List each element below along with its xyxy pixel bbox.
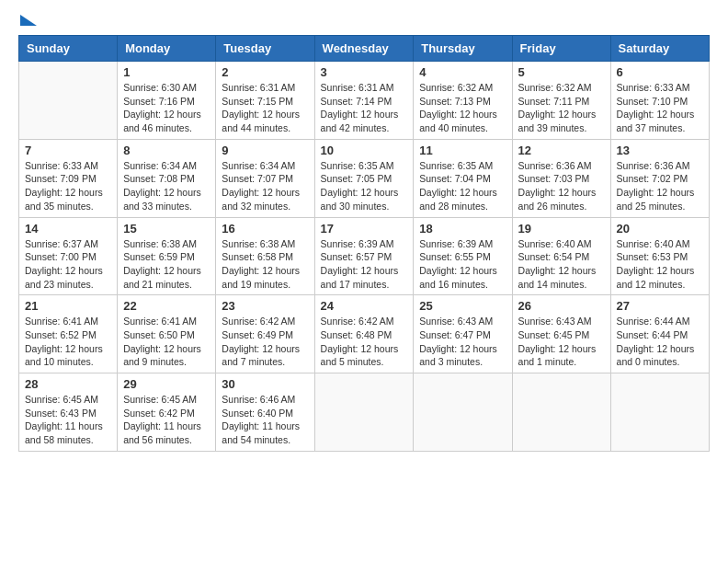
day-number: 14 bbox=[25, 222, 111, 236]
day-info: Sunrise: 6:41 AM Sunset: 6:50 PM Dayligh… bbox=[123, 315, 210, 369]
calendar-cell: 21Sunrise: 6:41 AM Sunset: 6:52 PM Dayli… bbox=[19, 295, 118, 373]
calendar-cell: 25Sunrise: 6:43 AM Sunset: 6:47 PM Dayli… bbox=[414, 295, 512, 373]
calendar-cell: 10Sunrise: 6:35 AM Sunset: 7:05 PM Dayli… bbox=[314, 139, 414, 217]
calendar-week-5: 28Sunrise: 6:45 AM Sunset: 6:43 PM Dayli… bbox=[19, 373, 710, 452]
calendar-cell: 28Sunrise: 6:45 AM Sunset: 6:43 PM Dayli… bbox=[19, 373, 118, 452]
day-number: 4 bbox=[419, 65, 506, 79]
day-info: Sunrise: 6:36 AM Sunset: 7:02 PM Dayligh… bbox=[617, 159, 703, 213]
day-number: 26 bbox=[518, 299, 605, 313]
day-number: 8 bbox=[123, 144, 210, 157]
day-info: Sunrise: 6:39 AM Sunset: 6:57 PM Dayligh… bbox=[321, 237, 408, 292]
calendar-week-4: 21Sunrise: 6:41 AM Sunset: 6:52 PM Dayli… bbox=[19, 295, 710, 373]
calendar-cell: 11Sunrise: 6:35 AM Sunset: 7:04 PM Dayli… bbox=[414, 139, 512, 217]
calendar-cell: 18Sunrise: 6:39 AM Sunset: 6:55 PM Dayli… bbox=[414, 217, 512, 295]
calendar-week-3: 14Sunrise: 6:37 AM Sunset: 7:00 PM Dayli… bbox=[19, 217, 710, 295]
calendar-cell: 29Sunrise: 6:45 AM Sunset: 6:42 PM Dayli… bbox=[118, 373, 216, 452]
calendar-cell: 3Sunrise: 6:31 AM Sunset: 7:14 PM Daylig… bbox=[314, 62, 414, 140]
calendar-cell: 15Sunrise: 6:38 AM Sunset: 6:59 PM Dayli… bbox=[118, 217, 216, 295]
calendar-cell bbox=[19, 62, 118, 140]
page-header bbox=[18, 18, 710, 26]
calendar-header-tuesday: Tuesday bbox=[216, 36, 314, 62]
day-info: Sunrise: 6:34 AM Sunset: 7:07 PM Dayligh… bbox=[222, 159, 308, 213]
day-number: 29 bbox=[123, 377, 210, 391]
day-number: 9 bbox=[222, 144, 308, 157]
calendar-cell: 26Sunrise: 6:43 AM Sunset: 6:45 PM Dayli… bbox=[512, 295, 610, 373]
day-info: Sunrise: 6:41 AM Sunset: 6:52 PM Dayligh… bbox=[25, 315, 111, 369]
day-number: 12 bbox=[518, 144, 605, 157]
day-info: Sunrise: 6:32 AM Sunset: 7:13 PM Dayligh… bbox=[419, 81, 506, 135]
day-info: Sunrise: 6:43 AM Sunset: 6:45 PM Dayligh… bbox=[518, 315, 605, 369]
calendar-header-wednesday: Wednesday bbox=[314, 36, 414, 62]
day-info: Sunrise: 6:44 AM Sunset: 6:44 PM Dayligh… bbox=[617, 315, 703, 369]
calendar-cell: 14Sunrise: 6:37 AM Sunset: 7:00 PM Dayli… bbox=[19, 217, 118, 295]
day-info: Sunrise: 6:45 AM Sunset: 6:43 PM Dayligh… bbox=[25, 393, 111, 447]
day-info: Sunrise: 6:40 AM Sunset: 6:53 PM Dayligh… bbox=[617, 237, 703, 292]
header-row: SundayMondayTuesdayWednesdayThursdayFrid… bbox=[19, 36, 710, 62]
calendar-cell: 8Sunrise: 6:34 AM Sunset: 7:08 PM Daylig… bbox=[118, 139, 216, 217]
calendar-cell: 30Sunrise: 6:46 AM Sunset: 6:40 PM Dayli… bbox=[216, 373, 314, 452]
calendar-cell: 20Sunrise: 6:40 AM Sunset: 6:53 PM Dayli… bbox=[610, 217, 709, 295]
calendar-cell: 9Sunrise: 6:34 AM Sunset: 7:07 PM Daylig… bbox=[216, 139, 314, 217]
calendar-cell: 17Sunrise: 6:39 AM Sunset: 6:57 PM Dayli… bbox=[314, 217, 414, 295]
calendar-cell: 19Sunrise: 6:40 AM Sunset: 6:54 PM Dayli… bbox=[512, 217, 610, 295]
day-info: Sunrise: 6:46 AM Sunset: 6:40 PM Dayligh… bbox=[222, 393, 308, 447]
day-number: 2 bbox=[222, 65, 308, 79]
day-number: 20 bbox=[617, 222, 703, 236]
day-info: Sunrise: 6:45 AM Sunset: 6:42 PM Dayligh… bbox=[123, 393, 210, 447]
calendar-header-sunday: Sunday bbox=[19, 36, 118, 62]
logo-arrow-icon bbox=[20, 15, 37, 26]
day-number: 13 bbox=[617, 144, 703, 157]
day-number: 22 bbox=[123, 299, 210, 313]
day-info: Sunrise: 6:38 AM Sunset: 6:58 PM Dayligh… bbox=[222, 237, 308, 292]
calendar-cell: 1Sunrise: 6:30 AM Sunset: 7:16 PM Daylig… bbox=[118, 62, 216, 140]
day-info: Sunrise: 6:39 AM Sunset: 6:55 PM Dayligh… bbox=[419, 237, 506, 292]
day-number: 1 bbox=[123, 65, 210, 79]
day-number: 16 bbox=[222, 222, 308, 236]
calendar-cell: 7Sunrise: 6:33 AM Sunset: 7:09 PM Daylig… bbox=[19, 139, 118, 217]
day-info: Sunrise: 6:33 AM Sunset: 7:10 PM Dayligh… bbox=[617, 81, 703, 135]
calendar-cell: 16Sunrise: 6:38 AM Sunset: 6:58 PM Dayli… bbox=[216, 217, 314, 295]
day-number: 11 bbox=[419, 144, 506, 157]
calendar-cell: 6Sunrise: 6:33 AM Sunset: 7:10 PM Daylig… bbox=[610, 62, 709, 140]
calendar-week-2: 7Sunrise: 6:33 AM Sunset: 7:09 PM Daylig… bbox=[19, 139, 710, 217]
day-info: Sunrise: 6:34 AM Sunset: 7:08 PM Dayligh… bbox=[123, 159, 210, 213]
calendar-table: SundayMondayTuesdayWednesdayThursdayFrid… bbox=[18, 35, 710, 452]
day-info: Sunrise: 6:37 AM Sunset: 7:00 PM Dayligh… bbox=[25, 237, 111, 292]
day-info: Sunrise: 6:35 AM Sunset: 7:04 PM Dayligh… bbox=[419, 159, 506, 213]
calendar-cell: 27Sunrise: 6:44 AM Sunset: 6:44 PM Dayli… bbox=[610, 295, 709, 373]
day-number: 27 bbox=[617, 299, 703, 313]
logo bbox=[18, 18, 37, 26]
calendar-cell: 4Sunrise: 6:32 AM Sunset: 7:13 PM Daylig… bbox=[414, 62, 512, 140]
calendar-cell bbox=[512, 373, 610, 452]
calendar-cell: 23Sunrise: 6:42 AM Sunset: 6:49 PM Dayli… bbox=[216, 295, 314, 373]
calendar-cell: 24Sunrise: 6:42 AM Sunset: 6:48 PM Dayli… bbox=[314, 295, 414, 373]
calendar-cell: 2Sunrise: 6:31 AM Sunset: 7:15 PM Daylig… bbox=[216, 62, 314, 140]
day-info: Sunrise: 6:31 AM Sunset: 7:15 PM Dayligh… bbox=[222, 81, 308, 135]
day-info: Sunrise: 6:32 AM Sunset: 7:11 PM Dayligh… bbox=[518, 81, 605, 135]
calendar-cell bbox=[414, 373, 512, 452]
day-number: 10 bbox=[321, 144, 408, 157]
day-number: 3 bbox=[321, 65, 408, 79]
calendar-header-saturday: Saturday bbox=[610, 36, 709, 62]
day-number: 23 bbox=[222, 299, 308, 313]
day-number: 21 bbox=[25, 299, 111, 313]
calendar-cell: 12Sunrise: 6:36 AM Sunset: 7:03 PM Dayli… bbox=[512, 139, 610, 217]
day-number: 17 bbox=[321, 222, 408, 236]
day-info: Sunrise: 6:42 AM Sunset: 6:49 PM Dayligh… bbox=[222, 315, 308, 369]
calendar-cell: 22Sunrise: 6:41 AM Sunset: 6:50 PM Dayli… bbox=[118, 295, 216, 373]
calendar-cell bbox=[610, 373, 709, 452]
day-number: 6 bbox=[617, 65, 703, 79]
day-info: Sunrise: 6:33 AM Sunset: 7:09 PM Dayligh… bbox=[25, 159, 111, 213]
day-number: 18 bbox=[419, 222, 506, 236]
day-number: 30 bbox=[222, 377, 308, 391]
day-number: 15 bbox=[123, 222, 210, 236]
day-info: Sunrise: 6:40 AM Sunset: 6:54 PM Dayligh… bbox=[518, 237, 605, 292]
calendar-header-monday: Monday bbox=[118, 36, 216, 62]
calendar-week-1: 1Sunrise: 6:30 AM Sunset: 7:16 PM Daylig… bbox=[19, 62, 710, 140]
day-number: 5 bbox=[518, 65, 605, 79]
day-info: Sunrise: 6:31 AM Sunset: 7:14 PM Dayligh… bbox=[321, 81, 408, 135]
day-info: Sunrise: 6:30 AM Sunset: 7:16 PM Dayligh… bbox=[123, 81, 210, 135]
calendar-cell: 5Sunrise: 6:32 AM Sunset: 7:11 PM Daylig… bbox=[512, 62, 610, 140]
day-number: 7 bbox=[25, 144, 111, 157]
day-info: Sunrise: 6:42 AM Sunset: 6:48 PM Dayligh… bbox=[321, 315, 408, 369]
